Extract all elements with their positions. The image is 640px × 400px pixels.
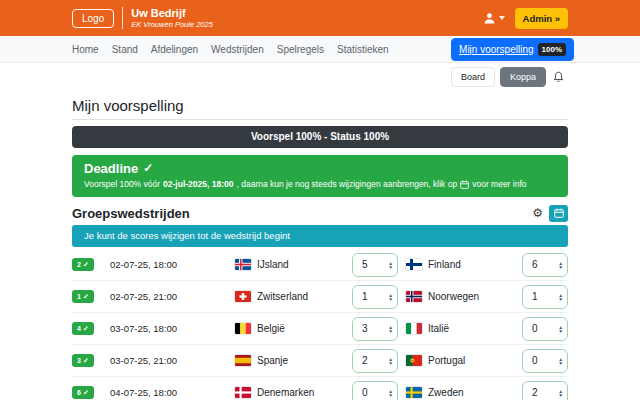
home-score-input[interactable]: 2▴▾: [352, 349, 398, 373]
flag-icon: [235, 323, 251, 334]
match-row: 2✓ 02-07-25, 18:00 IJsland 5▴▾ Finland 6…: [72, 249, 568, 281]
deadline-alert: Deadline ✓ Voorspel 100% vóór 02-jul-202…: [72, 155, 568, 197]
match-list: 2✓ 02-07-25, 18:00 IJsland 5▴▾ Finland 6…: [72, 249, 568, 400]
flag-icon: [235, 291, 251, 302]
page-title: Mijn voorspelling: [72, 97, 568, 114]
home-team: Spanje: [235, 355, 352, 366]
user-icon: [483, 12, 496, 25]
flag-icon: [406, 291, 422, 302]
away-team: Zweden: [398, 387, 522, 398]
stepper-icon[interactable]: ▴▾: [559, 325, 562, 333]
board-button[interactable]: Board: [451, 67, 495, 87]
match-date: 04-07-25, 18:00: [110, 387, 235, 398]
stepper-icon[interactable]: ▴▾: [559, 357, 562, 365]
deadline-text: Voorspel 100% vóór 02-jul-2025, 18:00 , …: [84, 179, 556, 189]
stepper-icon[interactable]: ▴▾: [389, 325, 392, 333]
away-team-name: Italië: [428, 323, 449, 334]
stepper-icon[interactable]: ▴▾: [389, 261, 392, 269]
away-team: Noorwegen: [398, 291, 522, 302]
brand-block: Uw Bedrijf EK Vrouwen Poule 2025: [131, 7, 213, 30]
scores-info-bar: Je kunt de scores wijzigen tot de wedstr…: [72, 225, 568, 247]
deadline-date: 02-jul-2025, 18:00: [163, 179, 233, 189]
home-team-name: Zwitserland: [257, 291, 308, 302]
check-icon: ✓: [83, 325, 89, 333]
match-date: 02-07-25, 18:00: [110, 259, 235, 270]
calendar-icon: [460, 180, 469, 189]
my-prediction-button[interactable]: Mijn voorspelling 100%: [451, 38, 574, 61]
nav-item-stand[interactable]: Stand: [112, 44, 138, 55]
flag-icon: [406, 355, 422, 366]
match-number-badge: 2✓: [72, 258, 94, 271]
home-score-input[interactable]: 1▴▾: [352, 285, 398, 309]
home-team-name: Spanje: [257, 355, 288, 366]
away-score-input[interactable]: 1▴▾: [522, 285, 568, 309]
away-score-input[interactable]: 0▴▾: [522, 349, 568, 373]
match-row: 6✓ 04-07-25, 18:00 Denemarken 0▴▾ Zweden…: [72, 377, 568, 400]
nav-item-wedstrijden[interactable]: Wedstrijden: [211, 44, 264, 55]
home-score-input[interactable]: 5▴▾: [352, 253, 398, 277]
bell-icon: [553, 71, 564, 83]
divider: [122, 7, 123, 29]
stepper-icon[interactable]: ▴▾: [559, 389, 562, 397]
home-score-input[interactable]: 0▴▾: [352, 381, 398, 400]
stepper-icon[interactable]: ▴▾: [559, 293, 562, 301]
away-team: Italië: [398, 323, 522, 334]
match-date: 03-07-25, 18:00: [110, 323, 235, 334]
divider: [72, 119, 568, 120]
my-prediction-label: Mijn voorspelling: [459, 44, 533, 55]
koppa-button[interactable]: Koppa: [500, 67, 546, 87]
match-number-badge: 6✓: [72, 386, 94, 399]
away-team: Finland: [398, 259, 522, 270]
match-date: 03-07-25, 21:00: [110, 355, 235, 366]
match-row: 1✓ 02-07-25, 21:00 Zwitserland 1▴▾ Noorw…: [72, 281, 568, 313]
nav-links: Home Stand Afdelingen Wedstrijden Spelre…: [72, 44, 389, 55]
company-name: Uw Bedrijf: [131, 7, 213, 21]
flag-icon: [406, 323, 422, 334]
stepper-icon[interactable]: ▴▾: [389, 389, 392, 397]
nav-item-statistieken[interactable]: Statistieken: [337, 44, 389, 55]
pool-subtitle: EK Vrouwen Poule 2025: [131, 20, 213, 29]
home-team: België: [235, 323, 352, 334]
away-team: Portugal: [398, 355, 522, 366]
deadline-title: Deadline: [84, 161, 138, 176]
logo: Logo: [72, 9, 114, 28]
settings-icon[interactable]: ⚙: [532, 207, 543, 219]
prediction-percent-badge: 100%: [538, 43, 566, 56]
home-team: Denemarken: [235, 387, 352, 398]
view-toolbar: Board Koppa: [0, 65, 640, 89]
check-icon: ✓: [83, 357, 89, 365]
stepper-icon[interactable]: ▴▾: [559, 261, 562, 269]
check-icon: ✓: [83, 261, 89, 269]
home-team-name: Denemarken: [257, 387, 314, 398]
away-team-name: Noorwegen: [428, 291, 479, 302]
app-header: Logo Uw Bedrijf EK Vrouwen Poule 2025 Ad…: [0, 0, 640, 36]
group-matches-header: Groepswedstrijden ⚙: [72, 205, 568, 221]
nav-item-afdelingen[interactable]: Afdelingen: [151, 44, 198, 55]
flag-icon: [235, 259, 251, 270]
nav-item-home[interactable]: Home: [72, 44, 99, 55]
match-number-badge: 4✓: [72, 322, 94, 335]
away-score-input[interactable]: 2▴▾: [522, 381, 568, 400]
nav-item-spelregels[interactable]: Spelregels: [277, 44, 324, 55]
away-team-name: Finland: [428, 259, 461, 270]
stepper-icon[interactable]: ▴▾: [389, 293, 392, 301]
home-score-input[interactable]: 3▴▾: [352, 317, 398, 341]
away-score-input[interactable]: 6▴▾: [522, 253, 568, 277]
home-team: Zwitserland: [235, 291, 352, 302]
match-row: 3✓ 03-07-25, 21:00 Spanje 2▴▾ Portugal 0…: [72, 345, 568, 377]
away-score-input[interactable]: 0▴▾: [522, 317, 568, 341]
match-number-badge: 1✓: [72, 290, 94, 303]
user-menu[interactable]: [483, 12, 505, 25]
away-team-name: Portugal: [428, 355, 465, 366]
admin-button[interactable]: Admin »: [515, 8, 568, 29]
notifications-button[interactable]: [551, 69, 566, 85]
stepper-icon[interactable]: ▴▾: [389, 357, 392, 365]
flag-icon: [406, 387, 422, 398]
home-team-name: IJsland: [257, 259, 289, 270]
match-row: 4✓ 03-07-25, 18:00 België 3▴▾ Italië 0▴▾: [72, 313, 568, 345]
check-icon: ✓: [83, 293, 89, 301]
match-date: 02-07-25, 21:00: [110, 291, 235, 302]
flag-icon: [235, 387, 251, 398]
calendar-button[interactable]: [549, 205, 568, 222]
chevron-down-icon: [499, 16, 505, 20]
